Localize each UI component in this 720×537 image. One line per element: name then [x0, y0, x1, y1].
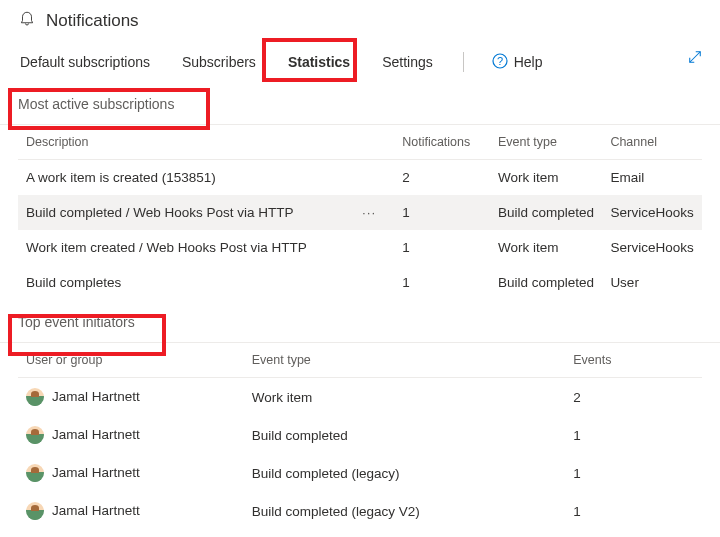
tab-default-subscriptions[interactable]: Default subscriptions [18, 46, 152, 78]
table-row[interactable]: Jamal HartnettBuild completed (legacy)1 [18, 454, 702, 492]
bell-icon [18, 10, 36, 32]
top-initiators-table: User or group Event type Events Jamal Ha… [18, 343, 702, 530]
table-row[interactable]: A work item is created (153851)2Work ite… [18, 160, 702, 196]
col-event-type[interactable]: Event type [490, 125, 602, 160]
cell-notifications: 1 [394, 265, 490, 300]
page-header: Notifications [0, 0, 720, 42]
cell-notifications: 1 [394, 230, 490, 265]
section-heading-active-subscriptions: Most active subscriptions [0, 82, 720, 120]
cell-description: A work item is created (153851) [18, 160, 394, 196]
tab-settings[interactable]: Settings [380, 46, 435, 78]
cell-description: Build completes [18, 265, 394, 300]
col-events[interactable]: Events [565, 343, 702, 378]
cell-event-type: Work item [244, 378, 565, 417]
page-title: Notifications [46, 11, 139, 31]
avatar [26, 388, 44, 406]
cell-channel: ServiceHooks [602, 230, 702, 265]
table-row[interactable]: Jamal HartnettBuild completed1 [18, 416, 702, 454]
cell-user: Jamal Hartnett [18, 454, 244, 492]
col-user-or-group[interactable]: User or group [18, 343, 244, 378]
cell-channel: Email [602, 160, 702, 196]
avatar [26, 464, 44, 482]
cell-event-type: Build completed [490, 265, 602, 300]
help-icon: ? [492, 53, 508, 72]
cell-event-type: Build completed (legacy) [244, 454, 565, 492]
cell-event-type: Build completed [490, 195, 602, 230]
tab-separator [463, 52, 464, 72]
avatar [26, 502, 44, 520]
cell-events: 1 [565, 454, 702, 492]
cell-event-type: Work item [490, 230, 602, 265]
tab-bar: Default subscriptions Subscribers Statis… [0, 42, 720, 82]
active-subscriptions-table: Description Notifications Event type Cha… [18, 125, 702, 300]
cell-event-type: Work item [490, 160, 602, 196]
col-channel[interactable]: Channel [602, 125, 702, 160]
cell-event-type: Build completed [244, 416, 565, 454]
cell-channel: User [602, 265, 702, 300]
svg-text:?: ? [497, 55, 503, 67]
section-heading-top-initiators: Top event initiators [0, 300, 720, 338]
cell-description: Build completed / Web Hooks Post via HTT… [18, 195, 394, 230]
avatar [26, 426, 44, 444]
cell-user: Jamal Hartnett [18, 416, 244, 454]
table-row[interactable]: Jamal HartnettBuild completed (legacy V2… [18, 492, 702, 530]
cell-notifications: 1 [394, 195, 490, 230]
table-row[interactable]: Work item created / Web Hooks Post via H… [18, 230, 702, 265]
col-event-type[interactable]: Event type [244, 343, 565, 378]
cell-events: 2 [565, 378, 702, 417]
cell-description: Work item created / Web Hooks Post via H… [18, 230, 394, 265]
cell-channel: ServiceHooks [602, 195, 702, 230]
help-label: Help [514, 54, 543, 70]
tab-statistics[interactable]: Statistics [286, 46, 352, 78]
cell-user: Jamal Hartnett [18, 492, 244, 530]
more-actions-icon[interactable]: ··· [362, 205, 386, 220]
cell-notifications: 2 [394, 160, 490, 196]
table-row[interactable]: Build completes1Build completedUser [18, 265, 702, 300]
col-description[interactable]: Description [18, 125, 394, 160]
cell-events: 1 [565, 492, 702, 530]
help-link[interactable]: ? Help [492, 53, 543, 72]
table-row[interactable]: Build completed / Web Hooks Post via HTT… [18, 195, 702, 230]
tab-subscribers[interactable]: Subscribers [180, 46, 258, 78]
table-row[interactable]: Jamal HartnettWork item2 [18, 378, 702, 417]
cell-events: 1 [565, 416, 702, 454]
cell-event-type: Build completed (legacy V2) [244, 492, 565, 530]
cell-user: Jamal Hartnett [18, 378, 244, 417]
expand-button[interactable] [686, 48, 704, 70]
col-notifications[interactable]: Notifications [394, 125, 490, 160]
